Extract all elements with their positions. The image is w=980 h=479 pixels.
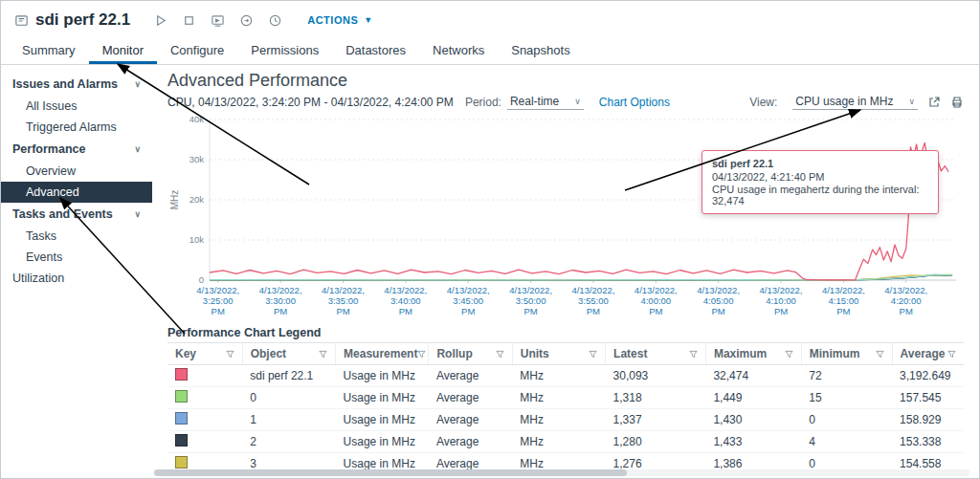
horizontal-scrollbar[interactable]	[154, 469, 969, 476]
page-title: sdi perf 22.1	[35, 11, 130, 30]
svg-text:4:10:00: 4:10:00	[766, 295, 796, 306]
popout-chart-icon[interactable]	[927, 96, 941, 109]
section-label: Tasks and Events	[12, 207, 113, 221]
filter-icon[interactable]	[876, 350, 884, 359]
cell-latest: 1,337	[606, 409, 706, 431]
tab-monitor[interactable]: Monitor	[89, 38, 157, 64]
filter-icon[interactable]	[226, 350, 234, 359]
table-row[interactable]: 0 Usage in MHz Average MHz 1,318 1,449 1…	[167, 387, 964, 409]
svg-text:4/13/2022,: 4/13/2022,	[447, 285, 490, 295]
filter-icon[interactable]	[319, 350, 327, 359]
chart-options-link[interactable]: Chart Options	[599, 96, 670, 109]
cell-measurement: Usage in MHz	[336, 365, 429, 387]
cell-latest: 1,280	[606, 431, 706, 453]
power-off-icon[interactable]	[182, 13, 196, 28]
tab-permissions[interactable]: Permissions	[237, 38, 332, 64]
cell-rollup: Average	[429, 387, 512, 409]
svg-text:3:50:00: 3:50:00	[516, 295, 546, 306]
cell-maximum: 1,433	[705, 431, 801, 453]
svg-text:0: 0	[199, 274, 204, 285]
table-row[interactable]: 2 Usage in MHz Average MHz 1,280 1,433 4…	[167, 431, 964, 453]
cell-average: 158.929	[892, 409, 964, 431]
sidebar-item-triggered-alarms[interactable]: Triggered Alarms	[1, 117, 152, 138]
column-header-object[interactable]: Object	[242, 343, 335, 365]
tab-configure[interactable]: Configure	[157, 38, 237, 64]
tooltip-value: CPU usage in megahertz during the interv…	[712, 184, 928, 207]
sidebar-item-events[interactable]: Events	[1, 247, 152, 268]
launch-console-icon[interactable]	[211, 13, 225, 28]
cell-object: 2	[242, 431, 335, 453]
tooltip-title: sdi perf 22.1	[712, 158, 928, 169]
tab-datastores[interactable]: Datastores	[332, 38, 419, 64]
series-color-swatch	[175, 390, 188, 403]
filter-icon[interactable]	[496, 350, 504, 359]
sidebar-item-utilization[interactable]: Utilization	[1, 268, 152, 289]
sidebar-item-advanced[interactable]: Advanced	[1, 182, 152, 203]
svg-text:4/13/2022,: 4/13/2022,	[697, 285, 740, 295]
object-header: sdi perf 22.1	[1, 1, 979, 39]
cell-average: 3,192.649	[892, 365, 964, 387]
vm-icon	[14, 13, 29, 28]
table-row[interactable]: sdi perf 22.1 Usage in MHz Average MHz 3…	[167, 365, 964, 387]
column-header-latest[interactable]: Latest	[606, 343, 706, 365]
chart-controls-row: CPU, 04/13/2022, 3:24:20 PM - 04/13/2022…	[167, 94, 964, 110]
svg-text:PM: PM	[461, 306, 475, 316]
power-on-icon[interactable]	[153, 13, 167, 28]
tab-networks[interactable]: Networks	[419, 38, 498, 64]
column-header-average[interactable]: Average	[892, 343, 964, 365]
performance-chart-area: 010k20k30k40kMHz4/13/2022,3:25:00PM4/13/…	[167, 112, 964, 322]
column-header-rollup[interactable]: Rollup	[429, 343, 512, 365]
sidebar-section-performance[interactable]: Performance ∨	[1, 138, 152, 161]
chart-tooltip: sdi perf 22.1 04/13/2022, 4:21:40 PM CPU…	[702, 150, 939, 214]
sidebar-section-tasks-events[interactable]: Tasks and Events ∨	[1, 203, 152, 226]
cpu-usage-line-chart[interactable]: 010k20k30k40kMHz4/13/2022,3:25:00PM4/13/…	[167, 112, 966, 318]
migrate-icon[interactable]	[239, 13, 254, 28]
column-header-key[interactable]: Key	[167, 343, 242, 365]
svg-text:4/13/2022,: 4/13/2022,	[571, 285, 614, 295]
filter-icon[interactable]	[785, 350, 793, 359]
cell-rollup: Average	[429, 365, 512, 387]
cell-latest: 30,093	[606, 365, 706, 387]
scrollbar-thumb[interactable]	[154, 469, 627, 476]
filter-icon[interactable]	[589, 350, 597, 359]
cell-measurement: Usage in MHz	[336, 431, 429, 453]
filter-icon[interactable]	[689, 350, 698, 359]
period-value: Real-time	[510, 95, 559, 108]
sidebar-item-tasks[interactable]: Tasks	[1, 226, 152, 247]
column-header-minimum[interactable]: Minimum	[801, 343, 892, 365]
table-row[interactable]: 1 Usage in MHz Average MHz 1,337 1,430 0…	[167, 409, 964, 431]
actions-label: ACTIONS	[307, 14, 358, 26]
column-header-units[interactable]: Units	[512, 343, 605, 365]
chevron-down-icon: ∨	[908, 97, 915, 106]
snapshot-icon[interactable]	[268, 13, 282, 28]
cell-minimum: 4	[801, 431, 892, 453]
cell-object: 1	[242, 409, 335, 431]
chevron-down-icon: ∨	[134, 144, 141, 154]
svg-text:4/13/2022,: 4/13/2022,	[760, 285, 803, 295]
svg-text:4/13/2022,: 4/13/2022,	[322, 285, 365, 295]
cell-minimum: 15	[801, 387, 892, 409]
cell-minimum: 72	[801, 365, 892, 387]
filter-icon[interactable]	[947, 350, 956, 359]
svg-text:PM: PM	[649, 306, 662, 316]
actions-menu-button[interactable]: ACTIONS ▼	[307, 14, 372, 26]
view-dropdown[interactable]: CPU usage in MHz ∨	[792, 94, 918, 110]
column-header-measurement[interactable]: Measurement	[336, 343, 429, 365]
svg-text:3:55:00: 3:55:00	[578, 295, 609, 306]
performance-legend-table: Key Object Measurement Rollup Units Late…	[167, 342, 964, 479]
print-icon[interactable]	[950, 96, 964, 109]
sidebar-item-all-issues[interactable]: All Issues	[1, 96, 152, 117]
svg-text:4/13/2022,: 4/13/2022,	[635, 285, 678, 295]
sidebar-item-overview[interactable]: Overview	[1, 161, 152, 182]
cell-measurement: Usage in MHz	[336, 387, 429, 409]
column-header-maximum[interactable]: Maximum	[705, 343, 801, 365]
filter-icon[interactable]	[417, 350, 426, 359]
cell-object: 0	[242, 387, 335, 409]
svg-text:4:05:00: 4:05:00	[703, 295, 734, 306]
sidebar-section-issues-alarms[interactable]: Issues and Alarms ∨	[1, 73, 152, 96]
tab-summary[interactable]: Summary	[9, 38, 89, 64]
cell-maximum: 1,449	[705, 387, 801, 409]
tab-snapshots[interactable]: Snapshots	[498, 38, 583, 64]
period-dropdown[interactable]: Real-time ∨	[507, 94, 584, 110]
svg-text:PM: PM	[399, 306, 412, 316]
